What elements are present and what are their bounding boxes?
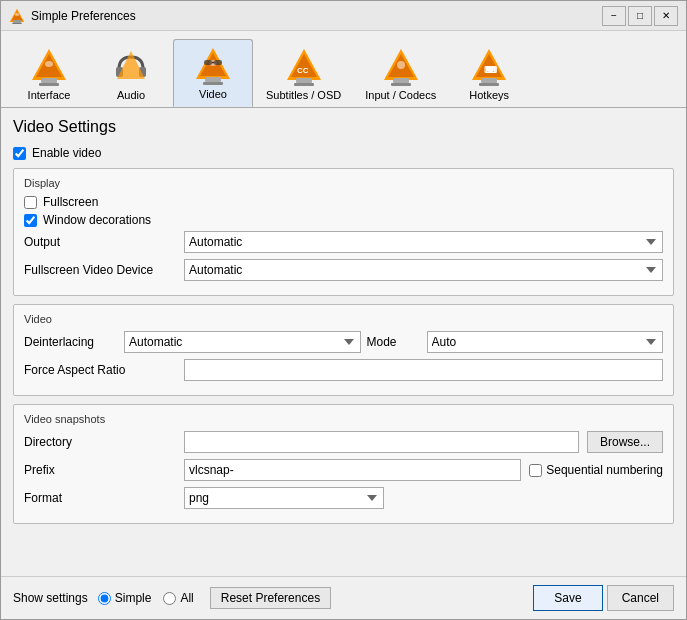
- svg-rect-16: [203, 82, 223, 85]
- app-icon: [9, 8, 25, 24]
- hotkeys-tab-label: Hotkeys: [469, 89, 509, 101]
- audio-tab-icon: [111, 47, 151, 87]
- snapshots-section-label: Video snapshots: [24, 413, 663, 425]
- tab-hotkeys[interactable]: ⌨ Hotkeys: [449, 40, 529, 107]
- window-controls: − □ ✕: [602, 6, 678, 26]
- browse-button[interactable]: Browse...: [587, 431, 663, 453]
- fullscreen-checkbox[interactable]: [24, 196, 37, 209]
- svg-rect-7: [41, 78, 57, 83]
- window-title: Simple Preferences: [31, 9, 602, 23]
- enable-video-label: Enable video: [32, 146, 101, 160]
- subtitles-tab-icon: CC: [284, 47, 324, 87]
- deinterlacing-label: Deinterlacing: [24, 335, 124, 349]
- tab-subtitles[interactable]: CC Subtitles / OSD: [255, 40, 352, 107]
- fullscreen-device-select[interactable]: Automatic: [184, 259, 663, 281]
- svg-rect-3: [12, 22, 22, 24]
- close-button[interactable]: ✕: [654, 6, 678, 26]
- svg-rect-15: [205, 77, 221, 82]
- main-window: Simple Preferences − □ ✕ Interface: [0, 0, 687, 620]
- title-bar: Simple Preferences − □ ✕: [1, 1, 686, 31]
- enable-video-checkbox[interactable]: [13, 147, 26, 160]
- svg-rect-23: [296, 78, 312, 83]
- sequential-numbering-label: Sequential numbering: [546, 463, 663, 477]
- tab-video[interactable]: Video: [173, 39, 253, 107]
- directory-row: Directory Browse...: [24, 431, 663, 453]
- maximize-button[interactable]: □: [628, 6, 652, 26]
- tab-bar: Interface Audio: [1, 31, 686, 108]
- audio-tab-label: Audio: [117, 89, 145, 101]
- svg-point-9: [45, 61, 53, 67]
- svg-point-4: [15, 12, 19, 15]
- reset-preferences-button[interactable]: Reset Preferences: [210, 587, 331, 609]
- sequential-numbering-checkbox[interactable]: [529, 464, 542, 477]
- format-select[interactable]: png jpg tiff: [184, 487, 384, 509]
- format-row: Format png jpg tiff: [24, 487, 663, 509]
- input-tab-label: Input / Codecs: [365, 89, 436, 101]
- video-section: Video Deinterlacing Automatic Mode Auto …: [13, 304, 674, 396]
- svg-rect-28: [393, 78, 409, 83]
- minimize-button[interactable]: −: [602, 6, 626, 26]
- interface-tab-icon: [29, 47, 69, 87]
- interface-tab-label: Interface: [28, 89, 71, 101]
- svg-rect-34: [479, 83, 499, 86]
- window-decorations-row: Window decorations: [24, 213, 663, 227]
- svg-rect-8: [39, 83, 59, 86]
- svg-text:⌨: ⌨: [484, 65, 497, 75]
- video-tab-icon: [193, 46, 233, 86]
- tab-interface[interactable]: Interface: [9, 40, 89, 107]
- prefix-row: Prefix Sequential numbering: [24, 459, 663, 481]
- svg-text:CC: CC: [297, 66, 309, 75]
- deinterlacing-row: Deinterlacing Automatic Mode Auto: [24, 331, 663, 353]
- svg-rect-29: [391, 83, 411, 86]
- svg-rect-33: [481, 78, 497, 83]
- deinterlacing-select[interactable]: Automatic: [124, 331, 361, 353]
- svg-marker-12: [117, 51, 145, 79]
- fullscreen-label: Fullscreen: [43, 195, 98, 209]
- main-content: Video Settings Enable video Display Full…: [1, 108, 686, 576]
- fullscreen-device-row: Fullscreen Video Device Automatic: [24, 259, 663, 281]
- all-radio-label: All: [180, 591, 193, 605]
- settings-radio-group: Simple All: [98, 591, 194, 605]
- output-select[interactable]: Automatic: [184, 231, 663, 253]
- directory-label: Directory: [24, 435, 184, 449]
- bottom-bar: Show settings Simple All Reset Preferenc…: [1, 576, 686, 619]
- simple-radio-label: Simple: [115, 591, 152, 605]
- svg-rect-19: [214, 60, 222, 65]
- simple-radio[interactable]: [98, 592, 111, 605]
- svg-point-30: [397, 61, 405, 69]
- cancel-button[interactable]: Cancel: [607, 585, 674, 611]
- display-section-label: Display: [24, 177, 663, 189]
- fullscreen-row: Fullscreen: [24, 195, 663, 209]
- svg-rect-2: [13, 20, 21, 22]
- enable-video-row: Enable video: [13, 146, 674, 160]
- svg-rect-24: [294, 83, 314, 86]
- save-button[interactable]: Save: [533, 585, 602, 611]
- prefix-input[interactable]: [184, 459, 521, 481]
- output-row: Output Automatic: [24, 231, 663, 253]
- input-tab-icon: [381, 47, 421, 87]
- video-tab-label: Video: [199, 88, 227, 100]
- show-settings-label: Show settings: [13, 591, 88, 605]
- tab-audio[interactable]: Audio: [91, 40, 171, 107]
- window-decorations-checkbox[interactable]: [24, 214, 37, 227]
- mode-select[interactable]: Auto: [427, 331, 664, 353]
- page-title: Video Settings: [13, 118, 674, 136]
- all-radio-item: All: [163, 591, 193, 605]
- aspect-ratio-label: Force Aspect Ratio: [24, 363, 184, 377]
- aspect-ratio-row: Force Aspect Ratio: [24, 359, 663, 381]
- prefix-label: Prefix: [24, 463, 184, 477]
- snapshots-section: Video snapshots Directory Browse... Pref…: [13, 404, 674, 524]
- aspect-ratio-input[interactable]: [184, 359, 663, 381]
- mode-label: Mode: [367, 335, 427, 349]
- window-decorations-label: Window decorations: [43, 213, 151, 227]
- tab-input[interactable]: Input / Codecs: [354, 40, 447, 107]
- video-section-label: Video: [24, 313, 663, 325]
- directory-input[interactable]: [184, 431, 579, 453]
- simple-radio-item: Simple: [98, 591, 152, 605]
- all-radio[interactable]: [163, 592, 176, 605]
- display-section: Display Fullscreen Window decorations Ou…: [13, 168, 674, 296]
- hotkeys-tab-icon: ⌨: [469, 47, 509, 87]
- fullscreen-device-label: Fullscreen Video Device: [24, 263, 184, 277]
- format-label: Format: [24, 491, 184, 505]
- subtitles-tab-label: Subtitles / OSD: [266, 89, 341, 101]
